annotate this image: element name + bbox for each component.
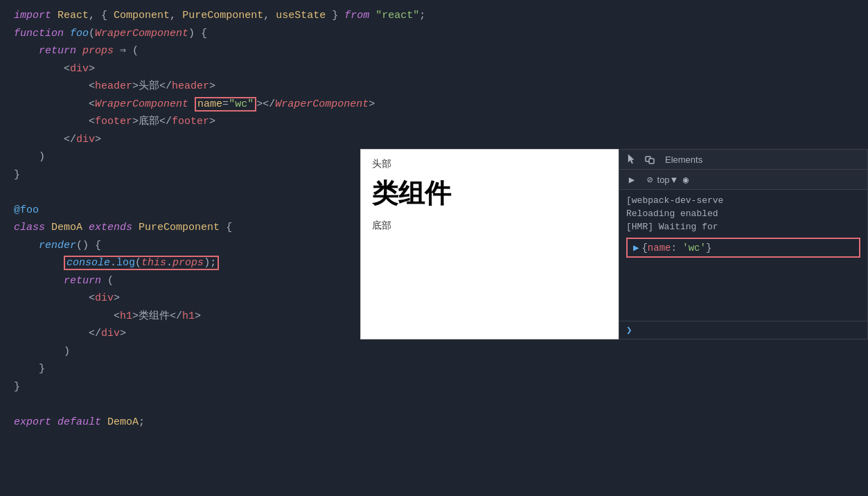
code-line-1: import React, { Component, PureComponent… [14,7,854,25]
code-line-8: </div> [14,131,854,149]
devtools-toolbar: Elements [619,150,867,170]
code-line-3: return props ⇒ ( [14,42,854,60]
devtools-bottom-bar: ❯ [619,321,867,339]
code-line-20: } [14,360,854,378]
result-close-brace: } [706,242,711,254]
log-line-2: Reloading enabled [626,209,860,219]
preview-panel: 头部 类组件 底部 [360,149,623,339]
result-arrow: ▶ [633,242,639,254]
cursor-icon[interactable] [625,152,639,166]
code-line-7: <footer>底部</footer> [14,113,854,131]
result-open-brace: { [641,242,647,254]
result-key: name [648,242,671,254]
code-line-empty2 [14,396,854,414]
devtools-result: ▶ { name : 'wc' } [626,238,860,258]
play-icon[interactable]: ▶ [625,172,639,186]
no-entry-icon[interactable]: ⊘ [643,172,657,186]
code-line-19: ) [14,343,854,361]
devtools-chevron-right: ❯ [626,324,632,336]
code-line-2: function foo(WraperComponent) { [14,25,854,43]
preview-header-text: 头部 [372,158,612,170]
eye-icon[interactable]: ◉ [679,172,693,186]
log-line-1: [webpack-dev-serve [626,195,860,206]
code-line-5: <header>头部</header> [14,78,854,96]
box-icon[interactable] [643,152,657,166]
top-select-label[interactable]: top ▼ [661,172,675,186]
code-line-21: } [14,378,854,396]
preview-main-text: 类组件 [372,176,612,211]
devtools-content: [webpack-dev-serve Reloading enabled [HM… [619,190,867,321]
log-line-3: [HMR] Waiting for [626,222,860,232]
elements-tab[interactable]: Elements [661,153,707,166]
result-val: 'wc' [682,242,706,254]
devtools-second-bar: ▶ ⊘ top ▼ ◉ [619,170,867,190]
result-colon: : [671,242,682,254]
code-line-4: <div> [14,60,854,78]
preview-footer-text: 底部 [372,220,612,232]
code-line-22: export default DemoA; [14,414,854,432]
top-label-text: top [657,175,670,185]
devtools-panel: Elements ▶ ⊘ top ▼ ◉ [webpack-dev-serve … [619,149,868,339]
svg-rect-1 [649,159,654,163]
code-line-6: <WraperComponent name="wc"></WraperCompo… [14,96,854,114]
